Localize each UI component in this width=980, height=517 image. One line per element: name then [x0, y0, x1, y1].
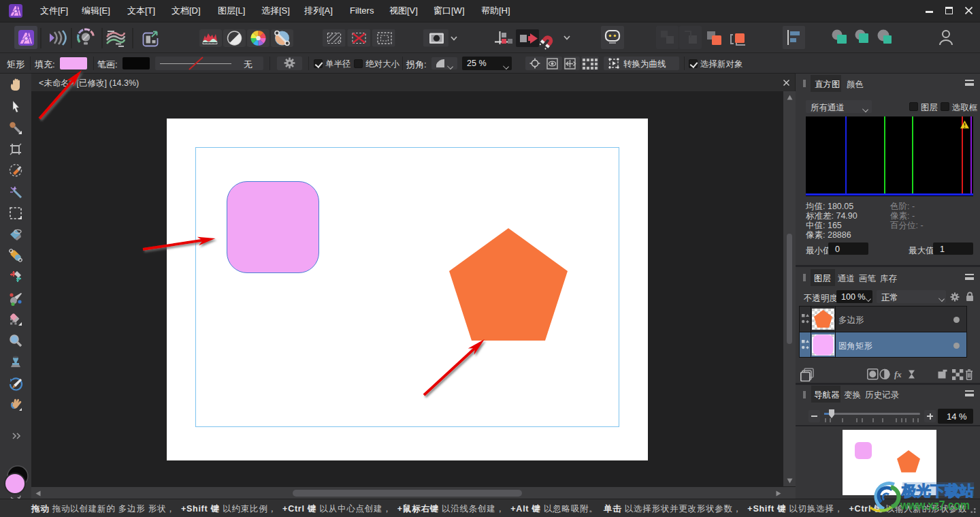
svg-text:fx: fx [894, 369, 902, 379]
